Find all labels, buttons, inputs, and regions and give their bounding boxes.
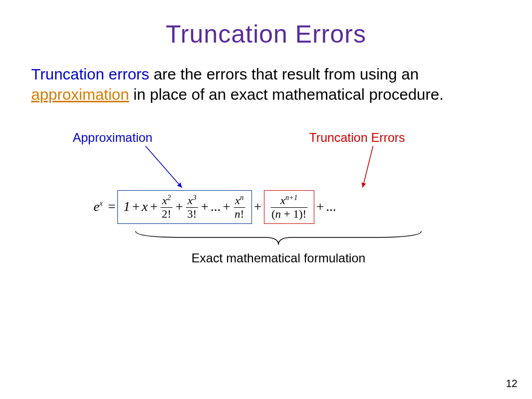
brace-caption: Exact mathematical formulation	[133, 251, 424, 265]
eq-plus-1: +	[130, 199, 142, 215]
definition-paragraph: Truncation errors are the errors that re…	[31, 64, 501, 104]
eq-plus-6: +	[252, 199, 264, 215]
eq-dots-1: ...	[210, 199, 221, 215]
brace-group: Exact mathematical formulation	[133, 229, 424, 265]
approximation-box: 1 + x + x2 2! + x3 3! + ... + xn n!	[117, 190, 251, 224]
equation-diagram: Approximation Truncation Errors ex = 1 +…	[0, 130, 532, 286]
para-text-2: in place of an exact mathematical proced…	[129, 86, 443, 103]
eq-frac-x3: x3 3!	[186, 194, 197, 220]
svg-line-0	[145, 146, 182, 188]
eq-term-x: x	[142, 199, 148, 215]
eq-plus-2: +	[148, 199, 160, 215]
arrow-approximation-icon	[140, 146, 192, 193]
eq-frac-x2: x2 2!	[161, 194, 172, 220]
eq-e-exp: x	[100, 200, 103, 208]
eq-dots-2: ...	[326, 199, 337, 215]
eq-lhs: ex	[94, 199, 103, 215]
eq-plus-4: +	[199, 199, 211, 215]
eq-plus-3: +	[174, 199, 185, 215]
eq-equals: =	[106, 199, 118, 215]
eq-frac-remainder: xn+1 (n + 1)!	[271, 194, 308, 220]
svg-line-1	[363, 146, 373, 188]
eq-plus-5: +	[221, 199, 233, 215]
label-approximation: Approximation	[73, 130, 152, 145]
para-text-1: are the errors that result from using an	[149, 65, 419, 83]
term-truncation-errors: Truncation errors	[31, 65, 149, 83]
taylor-series-equation: ex = 1 + x + x2 2! + x3 3! + ... + xn n!	[94, 190, 336, 224]
eq-plus-7: +	[314, 199, 326, 215]
eq-term-1: 1	[123, 199, 130, 215]
page-number: 12	[506, 378, 517, 390]
label-truncation-errors: Truncation Errors	[309, 130, 405, 145]
term-approximation: approximation	[31, 86, 129, 103]
truncation-error-box: xn+1 (n + 1)!	[264, 190, 314, 224]
eq-e: e	[94, 199, 100, 214]
eq-frac-xn: xn n!	[234, 194, 245, 220]
curly-brace-icon	[133, 229, 424, 248]
arrow-truncation-icon	[357, 146, 389, 193]
slide-title: Truncation Errors	[0, 20, 532, 48]
